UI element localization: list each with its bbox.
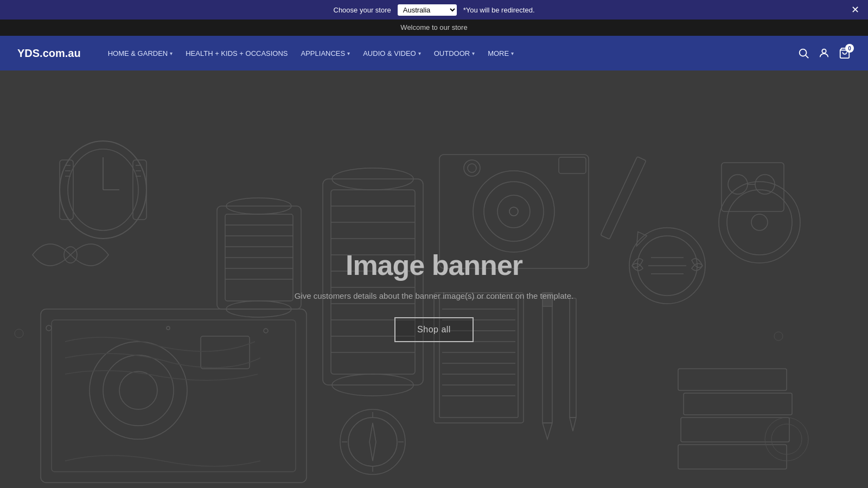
- search-button[interactable]: [797, 47, 809, 59]
- nav-item-appliances[interactable]: APPLIANCES ▾: [296, 45, 356, 62]
- svg-point-0: [800, 49, 807, 56]
- nav-item-audio-video[interactable]: AUDIO & VIDEO ▾: [358, 45, 426, 62]
- chevron-down-icon: ▾: [170, 50, 173, 56]
- svg-line-1: [806, 55, 808, 58]
- hero-banner: Image banner Give customers details abou…: [0, 70, 868, 488]
- welcome-bar: Welcome to our store: [0, 20, 868, 36]
- close-announcement-button[interactable]: ✕: [851, 5, 859, 15]
- nav-item-home-garden[interactable]: HOME & GARDEN ▾: [103, 45, 178, 62]
- store-selector[interactable]: AustraliaNew ZealandUSAUK: [398, 4, 457, 16]
- hero-subtitle: Give customers details about the banner …: [295, 290, 573, 303]
- hero-content: Image banner Give customers details abou…: [284, 238, 584, 354]
- redirect-notice: *You will be redirected.: [463, 6, 535, 14]
- nav-item-more[interactable]: MORE ▾: [482, 45, 519, 62]
- account-button[interactable]: [818, 47, 830, 59]
- welcome-text: Welcome to our store: [400, 23, 467, 31]
- account-icon: [818, 47, 830, 59]
- nav: HOME & GARDEN ▾ HEALTH + KIDS + OCCASION…: [103, 45, 797, 62]
- header: YDS.com.au HOME & GARDEN ▾ HEALTH + KIDS…: [0, 36, 868, 70]
- chevron-down-icon: ▾: [511, 50, 514, 56]
- svg-point-2: [822, 49, 826, 53]
- logo[interactable]: YDS.com.au: [17, 47, 81, 60]
- nav-item-health-kids[interactable]: HEALTH + KIDS + OCCASIONS: [180, 45, 293, 62]
- shop-all-button[interactable]: Shop all: [394, 317, 474, 342]
- choose-store-label: Choose your store: [334, 6, 391, 14]
- search-icon: [797, 47, 809, 59]
- chevron-down-icon: ▾: [347, 50, 350, 56]
- header-icons: 0: [797, 47, 851, 59]
- chevron-down-icon: ▾: [472, 50, 475, 56]
- cart-badge: 0: [845, 44, 854, 53]
- cart-button[interactable]: 0: [839, 47, 851, 59]
- announcement-bar: Choose your store AustraliaNew ZealandUS…: [0, 0, 868, 20]
- nav-item-outdoor[interactable]: OUTDOOR ▾: [429, 45, 480, 62]
- chevron-down-icon: ▾: [418, 50, 421, 56]
- hero-title: Image banner: [295, 249, 573, 281]
